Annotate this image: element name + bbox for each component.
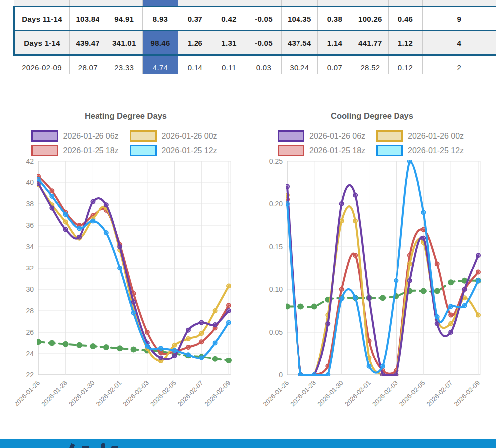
table-cell: 1.31 [212,31,246,55]
data-point [186,353,190,357]
svg-text:2026-02-01: 2026-02-01 [343,379,372,408]
data-point [77,343,82,348]
forecast-summary-table: Days 11-14103.8494.918.930.370.42-0.0510… [13,0,496,74]
series-line-2026-01-25-18z [287,199,478,375]
row-label: Days 11-14 [14,7,70,31]
data-point [227,284,231,288]
partial-logo [82,446,89,448]
data-point [199,321,203,325]
forecast-summary-table-container: Days 11-14103.8494.918.930.370.42-0.0510… [0,0,496,74]
data-point [49,341,54,346]
data-point [435,288,440,293]
data-point [104,345,109,350]
data-point [476,253,480,257]
row-label: 2026-02-09 [14,55,70,75]
data-point [353,253,357,257]
data-point [381,364,385,368]
svg-text:2026-01-26: 2026-01-26 [261,379,290,408]
cooling-chart-legend: 2026-01-26 06z2026-01-26 00z2026-01-25 1… [258,130,487,156]
table-cell: 104.35 [281,7,317,31]
svg-text:2026-01-28: 2026-01-28 [40,379,69,408]
legend-item[interactable]: 2026-01-25 18z [31,145,122,156]
legend-item[interactable]: 2026-01-25 12z [376,145,467,156]
table-cell: -0.05 [246,31,281,55]
data-point [421,210,425,214]
table-cell: 28.07 [70,55,106,75]
table-row: Days 1-14439.47341.0198.461.261.31-0.054… [14,31,496,55]
svg-text:42: 42 [26,157,34,165]
data-point [353,219,357,223]
table-cell: 0.12 [389,55,423,75]
svg-text:0.20: 0.20 [269,200,283,208]
svg-text:2026-02-07: 2026-02-07 [176,379,205,408]
legend-swatch [278,130,304,142]
clipped-row-cell [422,0,496,7]
table-cell: 441.77 [352,31,388,55]
svg-text:24: 24 [26,350,34,358]
svg-text:2026-02-05: 2026-02-05 [149,379,178,408]
data-point [132,311,136,315]
data-point [159,346,163,350]
svg-text:2026-02-07: 2026-02-07 [425,379,454,408]
data-point [380,295,385,300]
data-point [90,344,95,349]
legend-item[interactable]: 2026-01-25 18z [278,145,368,156]
svg-text:0.25: 0.25 [269,157,283,165]
data-point [394,279,398,283]
legend-item[interactable]: 2026-01-26 00z [376,130,467,142]
data-point [285,202,289,206]
data-point [226,358,231,363]
data-point [64,213,68,217]
legend-label: 2026-01-25 12z [408,146,464,155]
clipped-row-cell [318,0,352,7]
svg-text:2026-01-28: 2026-01-28 [289,379,317,408]
data-point [173,354,177,358]
data-point [227,321,231,325]
legend-item[interactable]: 2026-01-25 12z [130,145,220,156]
data-point [340,202,344,206]
svg-text:2026-01-30: 2026-01-30 [316,379,345,408]
data-point [421,288,426,293]
table-cell: 1.14 [318,31,352,55]
heating-chart-legend: 2026-01-26 06z2026-01-26 00z2026-01-25 1… [15,130,236,156]
data-point [50,194,54,198]
partial-logo [111,446,118,448]
svg-text:2026-02-01: 2026-02-01 [95,379,123,408]
clipped-row-cell [14,0,70,7]
data-point [353,193,357,197]
table-cell: 9 [422,7,496,31]
legend-item[interactable]: 2026-01-26 06z [31,130,122,142]
partial-logo [68,443,75,448]
legend-swatch [278,145,304,156]
data-point [449,304,453,308]
data-point [353,296,357,300]
clipped-row-cell [281,0,317,7]
data-point [463,304,467,308]
data-point [63,342,68,347]
legend-item[interactable]: 2026-01-26 00z [130,130,220,142]
table-row: Days 11-14103.8494.918.930.370.42-0.0510… [14,7,496,31]
row-label: Days 1-14 [14,31,70,55]
table-cell: 23.33 [106,55,142,75]
data-point [173,349,177,353]
data-point [131,347,136,352]
data-point [77,235,81,239]
data-point [326,322,330,326]
data-point [326,373,330,377]
legend-item[interactable]: 2026-01-26 06z [278,130,368,142]
table-cell: 1.26 [178,31,212,55]
legend-swatch [376,130,403,142]
svg-text:0.10: 0.10 [269,285,283,293]
data-point [449,330,453,334]
data-point [367,296,371,300]
data-point [64,228,68,232]
svg-text:36: 36 [26,221,34,229]
table-cell: 1.12 [389,31,423,55]
data-point [298,304,303,309]
data-point [227,303,231,307]
data-point [36,178,40,181]
table-cell: 0.46 [389,7,423,31]
data-point [213,357,218,361]
clipped-row-cell [178,0,212,7]
series-line-2026-01-25-12z [287,161,478,375]
